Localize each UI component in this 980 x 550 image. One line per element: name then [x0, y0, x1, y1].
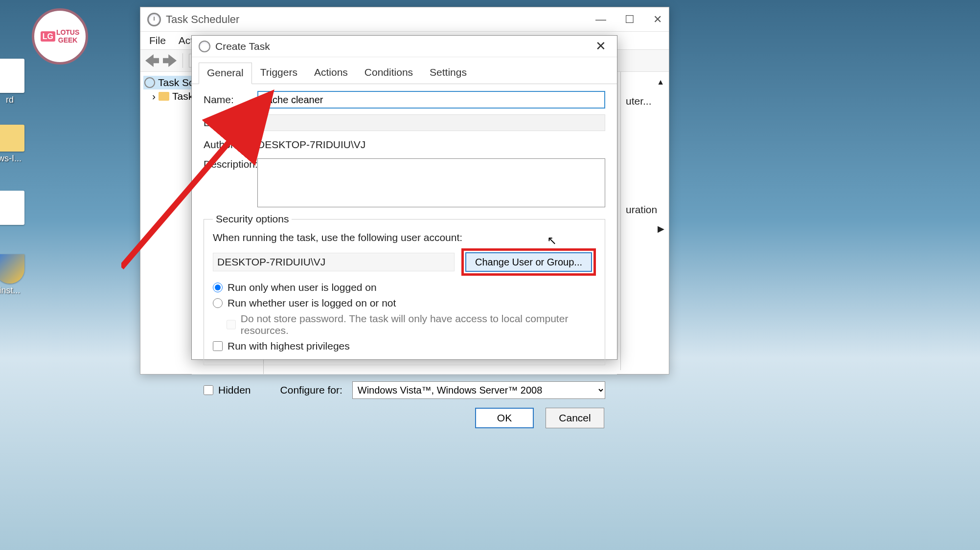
configure-for-label: Configure for:: [280, 384, 342, 396]
forward-button[interactable]: [163, 54, 177, 67]
checkbox-hidden[interactable]: Hidden: [204, 384, 251, 396]
bottom-row: Hidden Configure for: Windows Vista™, Wi…: [192, 374, 617, 399]
radio-logged-on-label: Run only when user is logged on: [228, 282, 377, 293]
checkbox-hidden-input[interactable]: [204, 385, 213, 395]
location-value: \: [257, 114, 605, 131]
dialog-title: Create Task: [215, 41, 270, 52]
checkbox-hidden-label: Hidden: [218, 384, 251, 396]
tab-conditions[interactable]: Conditions: [356, 62, 421, 84]
chevron-right-icon: ›: [152, 90, 156, 102]
security-legend: Security options: [213, 213, 292, 225]
checkbox-highest[interactable]: Run with highest privileges: [213, 340, 596, 352]
titlebar[interactable]: Task Scheduler — ☐ ✕: [140, 7, 669, 32]
logo-lg: LG: [41, 31, 55, 42]
security-options-group: Security options When running the task, …: [204, 213, 605, 365]
account-value: DESKTOP-7RIDUIU\VJ: [213, 253, 455, 271]
create-task-dialog: Create Task ✕ General Triggers Actions C…: [191, 35, 617, 360]
name-label: Name:: [204, 94, 257, 106]
general-panel: Name: Location: \ Author: DESKTOP-7RIDUI…: [192, 84, 617, 372]
chevron-right-icon[interactable]: ▶: [626, 223, 664, 234]
close-button[interactable]: ✕: [653, 13, 662, 26]
location-label: Location:: [204, 117, 257, 129]
clock-icon: [147, 13, 161, 26]
actions-panel: ▲ uter... uration ▶: [620, 72, 669, 370]
annotation-highlight: Change User or Group...: [461, 248, 596, 276]
logo-badge: LG LOTUS GEEK: [32, 8, 88, 65]
description-input[interactable]: [257, 158, 605, 207]
clock-icon: [144, 77, 155, 88]
tab-strip: General Triggers Actions Conditions Sett…: [192, 57, 617, 84]
back-button[interactable]: [145, 54, 159, 67]
ok-button[interactable]: OK: [475, 408, 534, 428]
desktop-icon-label: rd: [6, 95, 14, 105]
menu-file[interactable]: File: [149, 35, 166, 46]
tab-actions[interactable]: Actions: [306, 62, 356, 84]
dialog-titlebar[interactable]: Create Task ✕: [192, 36, 617, 57]
radio-whether[interactable]: Run whether user is logged on or not: [213, 297, 596, 309]
radio-whether-input[interactable]: [213, 298, 223, 308]
desktop-icon-label: ws-I...: [0, 154, 22, 163]
name-input[interactable]: [257, 91, 605, 109]
desktop-icon-file[interactable]: [0, 191, 34, 227]
radio-whether-label: Run whether user is logged on or not: [228, 297, 396, 309]
radio-logged-on-input[interactable]: [213, 283, 223, 292]
checkbox-nostore-label: Do not store password. The task will onl…: [241, 313, 596, 336]
clock-icon: [199, 41, 210, 52]
security-text: When running the task, use the following…: [213, 232, 596, 243]
window-title: Task Scheduler: [166, 13, 239, 26]
action-item[interactable]: uter...: [626, 95, 664, 107]
tab-triggers[interactable]: Triggers: [252, 62, 306, 84]
desktop-icon-installer[interactable]: inst...: [0, 254, 34, 296]
collapse-icon[interactable]: ▲: [657, 78, 664, 87]
checkbox-nostore: Do not store password. The task will onl…: [227, 313, 596, 336]
change-user-button[interactable]: Change User or Group...: [465, 252, 592, 272]
tab-settings[interactable]: Settings: [421, 62, 475, 84]
radio-logged-on[interactable]: Run only when user is logged on: [213, 282, 596, 293]
author-value: DESKTOP-7RIDUIU\VJ: [257, 137, 605, 153]
minimize-button[interactable]: —: [595, 13, 606, 26]
desktop-icon-label: inst...: [0, 286, 21, 295]
desktop-icon-doc[interactable]: rd: [0, 59, 34, 105]
tab-general[interactable]: General: [199, 63, 252, 84]
configure-for-select[interactable]: Windows Vista™, Windows Server™ 2008: [352, 381, 605, 399]
checkbox-highest-input[interactable]: [213, 341, 223, 351]
close-button[interactable]: ✕: [592, 39, 610, 54]
logo-text: LOTUS GEEK: [56, 29, 79, 44]
checkbox-nostore-input: [227, 320, 236, 330]
cancel-button[interactable]: Cancel: [546, 408, 604, 428]
desktop-icon-folder[interactable]: ws-I...: [0, 125, 34, 164]
action-item[interactable]: uration: [626, 204, 664, 216]
maximize-button[interactable]: ☐: [625, 13, 635, 26]
dialog-buttons: OK Cancel: [192, 399, 617, 437]
folder-icon: [159, 92, 169, 101]
checkbox-highest-label: Run with highest privileges: [228, 340, 350, 352]
author-label: Author:: [204, 139, 257, 151]
description-label: Description:: [204, 158, 257, 170]
